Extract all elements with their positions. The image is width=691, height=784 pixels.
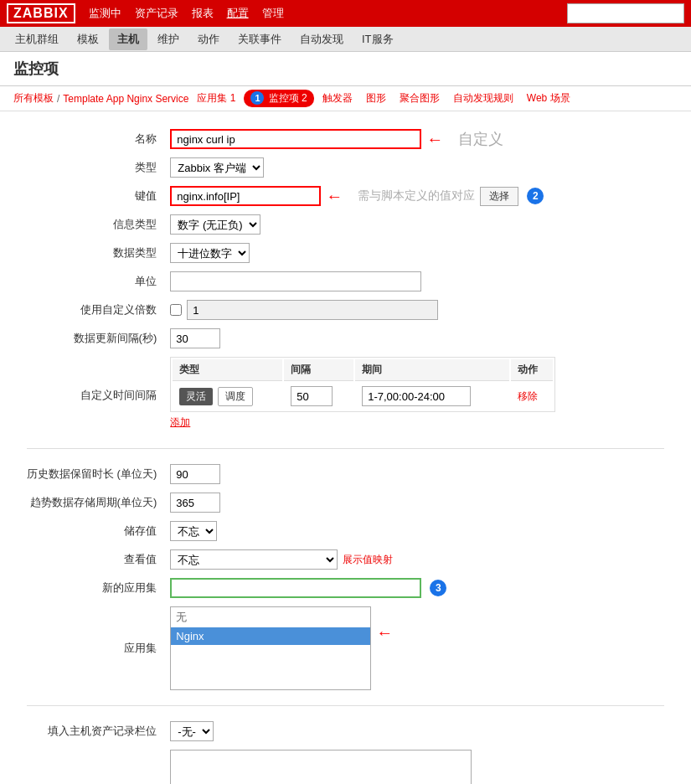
unit-label: 单位 <box>20 267 163 296</box>
second-navigation: 主机群组 模板 主机 维护 动作 关联事件 自动发现 IT服务 <box>0 27 691 52</box>
app-list[interactable]: 无 Nginx <box>170 606 371 690</box>
nav-monitor[interactable]: 监测中 <box>89 6 121 21</box>
desc-cell: 4 <box>163 745 671 784</box>
timing-interval-input[interactable] <box>291 386 333 406</box>
info-type-select[interactable]: 数字 (无正负) <box>170 214 260 235</box>
timing-row: 灵活 调度 移除 <box>173 383 553 410</box>
timing-col-interval: 间隔 <box>284 359 353 381</box>
custom-time-cell: 类型 间隔 期间 动作 灵活 调度 <box>163 353 671 437</box>
name-row: 名称 ← 自定义 <box>20 125 671 153</box>
timing-col-action: 动作 <box>511 359 553 381</box>
tab-aggregate[interactable]: 聚合图形 <box>394 90 445 107</box>
nav-action[interactable]: 动作 <box>189 28 228 50</box>
data-type-row: 数据类型 十进位数字 <box>20 239 671 267</box>
breadcrumb-all-templates[interactable]: 所有模板 <box>13 91 54 106</box>
arrow-icon-1: ← <box>426 130 443 149</box>
new-app-row: 新的应用集 3 <box>20 574 671 602</box>
nav-template[interactable]: 模板 <box>69 28 107 50</box>
app-cell: 无 Nginx ← <box>163 602 671 694</box>
trend-input[interactable] <box>170 493 220 513</box>
zabbix-logo: ZABBIX <box>7 3 75 23</box>
nav-reports[interactable]: 报表 <box>192 6 214 21</box>
form-table: 名称 ← 自定义 类型 Zabbix 客户端 键值 <box>20 125 671 784</box>
nav-discovery[interactable]: 自动发现 <box>291 28 352 50</box>
name-label: 名称 <box>20 125 163 153</box>
data-type-label: 数据类型 <box>20 239 163 267</box>
key-annotation: 需与脚本定义的值对应 <box>358 188 475 204</box>
tab-appset[interactable]: 应用集 1 <box>192 90 240 107</box>
multiplier-checkbox[interactable] <box>170 304 182 316</box>
data-type-select[interactable]: 十进位数字 <box>170 243 250 263</box>
du-button[interactable]: 调度 <box>218 387 253 406</box>
nav-assets[interactable]: 资产记录 <box>135 6 178 21</box>
timing-period-input[interactable] <box>362 386 471 406</box>
app-list-item-nginx[interactable]: Nginx <box>171 627 370 645</box>
unit-input[interactable] <box>170 271 421 291</box>
show-value-label: 查看值 <box>20 545 163 574</box>
show-value-map-link[interactable]: 展示值映射 <box>343 553 393 567</box>
timing-table: 类型 间隔 期间 动作 灵活 调度 <box>170 357 555 412</box>
tab-trigger[interactable]: 触发器 <box>317 90 358 107</box>
store-select[interactable]: 不忘 <box>170 521 217 541</box>
type-row: 类型 Zabbix 客户端 <box>20 153 671 182</box>
data-type-cell: 十进位数字 <box>163 239 671 267</box>
divider-row-1 <box>20 437 671 460</box>
app-row: 应用集 无 Nginx ← <box>20 602 671 694</box>
show-value-cell: 不忘 展示值映射 <box>163 545 671 574</box>
nav-config[interactable]: 配置 <box>227 6 249 21</box>
timing-interval-cell <box>284 383 353 410</box>
timing-period-cell <box>355 383 509 410</box>
timing-col-period: 期间 <box>355 359 509 381</box>
nav-admin[interactable]: 管理 <box>262 6 284 21</box>
history-row: 历史数据保留时长 (单位天) <box>20 460 671 488</box>
key-input[interactable] <box>170 186 321 206</box>
multiplier-row: 使用自定义倍数 <box>20 296 671 324</box>
name-field-cell: ← 自定义 <box>163 125 671 153</box>
inventory-row: 填入主机资产记录栏位 -无- <box>20 717 671 745</box>
remove-timing-link[interactable]: 移除 <box>518 390 538 402</box>
nav-host[interactable]: 主机 <box>109 28 147 50</box>
trend-row: 趋势数据存储周期(单位天) <box>20 488 671 517</box>
trend-label: 趋势数据存储周期(单位天) <box>20 488 163 517</box>
nav-itservice[interactable]: IT服务 <box>353 28 402 50</box>
nav-maintenance[interactable]: 维护 <box>149 28 188 50</box>
history-input[interactable] <box>170 464 220 484</box>
tab-monitor[interactable]: 1 监控项 2 <box>244 90 313 107</box>
desc-row: 描述 4 <box>20 745 671 784</box>
multiplier-input[interactable] <box>187 300 438 320</box>
breadcrumb-template-name[interactable]: Template App Nginx Service <box>63 93 188 105</box>
select-button[interactable]: 选择 <box>480 187 518 206</box>
add-timing-link[interactable]: 添加 <box>170 416 190 428</box>
app-list-item-none[interactable]: 无 <box>171 607 370 627</box>
history-label: 历史数据保留时长 (单位天) <box>20 460 163 488</box>
interval-input[interactable] <box>170 328 220 348</box>
interval-label: 数据更新间隔(秒) <box>20 324 163 353</box>
show-value-row: 查看值 不忘 展示值映射 <box>20 545 671 574</box>
info-type-label: 信息类型 <box>20 210 163 239</box>
desc-textarea[interactable] <box>170 750 472 784</box>
desc-label: 描述 <box>20 745 163 784</box>
type-select[interactable]: Zabbix 客户端 <box>170 157 264 178</box>
unit-cell <box>163 267 671 296</box>
interval-row: 数据更新间隔(秒) <box>20 324 671 353</box>
nav-event[interactable]: 关联事件 <box>229 28 290 50</box>
tab-discovery-rule[interactable]: 自动发现规则 <box>448 90 518 107</box>
inventory-select[interactable]: -无- <box>170 721 214 741</box>
info-type-cell: 数字 (无正负) <box>163 210 671 239</box>
tab-web-scenario[interactable]: Web 场景 <box>522 90 575 107</box>
store-row: 储存值 不忘 <box>20 517 671 545</box>
nav-hostgroup[interactable]: 主机群组 <box>7 28 67 50</box>
new-app-input[interactable] <box>170 578 421 598</box>
top-search-input[interactable] <box>567 3 684 23</box>
top-navigation: ZABBIX 监测中 资产记录 报表 配置 管理 <box>0 0 691 27</box>
show-value-select[interactable]: 不忘 <box>170 549 338 570</box>
tab-graph[interactable]: 图形 <box>361 90 391 107</box>
timing-action-cell: 移除 <box>511 383 553 410</box>
key-label: 键值 <box>20 182 163 210</box>
ling-button[interactable]: 灵活 <box>179 388 213 405</box>
breadcrumb-sep: / <box>57 93 59 105</box>
page-title: 监控项 <box>13 60 59 77</box>
history-cell <box>163 460 671 488</box>
name-input[interactable] <box>170 129 421 149</box>
store-cell: 不忘 <box>163 517 671 545</box>
